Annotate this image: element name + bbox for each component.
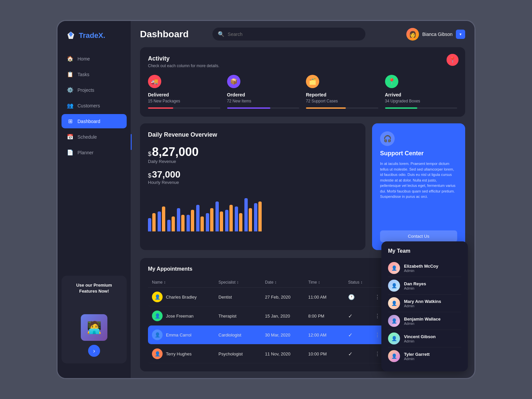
sidebar-label-projects: Projects	[77, 87, 94, 93]
bar-orange	[152, 213, 156, 231]
reported-title: Reported	[306, 92, 378, 97]
hourly-revenue-amount: $37,000	[148, 169, 357, 180]
nav-items: 🏠 Home 📋 Tasks ⚙️ Projects 👥 Customers ⊞…	[58, 52, 131, 270]
contact-us-button[interactable]: Contact Us	[380, 230, 457, 242]
bar-orange	[172, 216, 175, 231]
team-member[interactable]: 👤 Vincent Gibson Admin	[388, 330, 461, 347]
activity-pin-icon: 📍	[447, 54, 459, 66]
specialist: Dentist	[218, 295, 265, 300]
team-member-role: Admin	[404, 304, 441, 308]
patient-info: 👤 Terry Hughes	[152, 348, 218, 359]
date: 15 Jan, 2020	[265, 314, 308, 319]
bar-blue	[206, 213, 209, 231]
sidebar-label-planner: Planner	[77, 150, 93, 155]
bar-group	[235, 206, 242, 231]
logo-icon	[66, 30, 76, 41]
sidebar-item-customers[interactable]: 👥 Customers	[62, 98, 127, 113]
bar-group	[177, 208, 185, 231]
sidebar-item-dashboard[interactable]: ⊞ Dashboard	[62, 114, 127, 128]
header: Dashboard 🔍 👩 Bianca Gibson ▾	[131, 21, 474, 47]
team-member[interactable]: 👤 Elizabeth McCoy Admin	[388, 259, 461, 277]
bar-group	[206, 208, 213, 231]
bar-orange	[191, 210, 194, 231]
sidebar-item-schedule[interactable]: 📅 Schedule	[62, 130, 127, 144]
team-member-name: Elizabeth McCoy	[404, 264, 438, 269]
bar-blue	[244, 198, 248, 231]
sidebar-label-schedule: Schedule	[77, 134, 97, 140]
activity-col-reported: 🗂️ Reported 72 Support Cases	[306, 75, 378, 109]
logo-area: TradeX.	[58, 30, 131, 52]
bar-blue	[215, 201, 219, 231]
page-title: Dashboard	[140, 29, 189, 40]
bar-group	[215, 201, 223, 231]
dollar-sign-hourly: $	[148, 172, 151, 179]
bar-group	[225, 205, 233, 231]
bar-group	[196, 205, 204, 231]
activity-col-ordered: 📦 Ordered 72 New Items	[227, 75, 300, 109]
sidebar-item-planner[interactable]: 📄 Planner	[62, 145, 127, 160]
patient-avatar: 👤	[152, 348, 163, 359]
arrived-title: Arrived	[385, 92, 458, 97]
sidebar-label-tasks: Tasks	[77, 72, 89, 77]
user-dropdown-button[interactable]: ▾	[456, 30, 465, 39]
activity-col-delivered: 🚚 Delivered 15 New Packages	[148, 75, 220, 109]
sidebar: TradeX. 🏠 Home 📋 Tasks ⚙️ Projects 👥 Cus…	[58, 21, 131, 378]
patient-name: Charles Bradley	[166, 295, 197, 300]
team-member-role: Admin	[404, 357, 430, 361]
revenue-card: Daily Revenue Overview $8,27,000 Daily R…	[140, 123, 365, 250]
status-icon: ✓	[348, 313, 375, 319]
col-time: Time ↕	[308, 280, 348, 285]
team-member-info: Benjamin Wallace Admin	[404, 317, 441, 326]
support-desc: In at iaculis lorem. Praesent tempor dic…	[380, 161, 457, 200]
team-member-info: Tyler Garrett Admin	[404, 352, 430, 361]
team-member[interactable]: 👤 Dan Reyes Admin	[388, 277, 461, 295]
premium-button[interactable]: ›	[88, 345, 100, 357]
activity-columns: 🚚 Delivered 15 New Packages 📦 Ordered 72…	[148, 75, 457, 109]
sidebar-active-indicator	[131, 134, 132, 150]
ordered-sub: 72 New Items	[227, 99, 300, 103]
activity-title: Activity	[148, 55, 457, 62]
team-member-info: Elizabeth McCoy Admin	[404, 264, 438, 273]
col-specialist: Specialist ↕	[218, 280, 265, 285]
customers-icon: 👥	[67, 102, 73, 109]
sidebar-label-customers: Customers	[77, 103, 100, 108]
search-input[interactable]	[228, 32, 360, 37]
my-team-panel: My Team 👤 Elizabeth McCoy Admin 👤 Dan Re…	[381, 241, 468, 371]
team-avatar: 👤	[388, 332, 400, 344]
logo-text: TradeX.	[79, 31, 105, 40]
team-avatar: 👤	[388, 280, 400, 292]
bar-group	[187, 210, 194, 231]
bar-orange	[249, 208, 252, 231]
bar-group	[244, 198, 252, 231]
status-icon: ✓	[348, 351, 375, 357]
arrived-progress	[385, 107, 458, 109]
hourly-revenue: $37,000 Hourly Revenue	[148, 169, 357, 185]
team-avatar: 👤	[388, 297, 400, 309]
team-member[interactable]: 👤 Tyler Garrett Admin	[388, 347, 461, 365]
patient-info: 👤 Emma Carrol	[152, 330, 218, 340]
bar-orange	[200, 216, 204, 231]
team-member-info: Mary Ann Watkins Admin	[404, 299, 441, 308]
bar-orange	[220, 211, 223, 231]
team-member-role: Admin	[404, 339, 436, 343]
sidebar-item-projects[interactable]: ⚙️ Projects	[62, 83, 127, 97]
team-member[interactable]: 👤 Benjamin Wallace Admin	[388, 312, 461, 330]
date: 11 Nov, 2020	[265, 351, 308, 356]
delivered-title: Delivered	[148, 92, 220, 97]
status-icon: ✓	[348, 332, 375, 338]
daily-revenue: $8,27,000 Daily Revenue	[148, 145, 357, 164]
team-member-role: Admin	[404, 269, 438, 273]
activity-col-arrived: 📍 Arrived 34 Upgraded Boxes	[385, 75, 458, 109]
patient-name: Terry Hughes	[166, 351, 192, 356]
ordered-title: Ordered	[227, 92, 300, 97]
revenue-stats: $8,27,000 Daily Revenue $37,000 Hourly R…	[148, 145, 357, 185]
sidebar-item-tasks[interactable]: 📋 Tasks	[62, 67, 127, 81]
sidebar-item-home[interactable]: 🏠 Home	[62, 52, 127, 66]
time: 12:00 AM	[308, 332, 348, 337]
bar-orange	[258, 201, 262, 231]
team-member[interactable]: 👤 Mary Ann Watkins Admin	[388, 295, 461, 312]
support-title: Support Center	[380, 150, 457, 157]
date: 27 Feb, 2020	[265, 295, 308, 300]
hourly-revenue-label: Hourly Revenue	[148, 180, 357, 185]
team-avatar: 👤	[388, 350, 400, 362]
